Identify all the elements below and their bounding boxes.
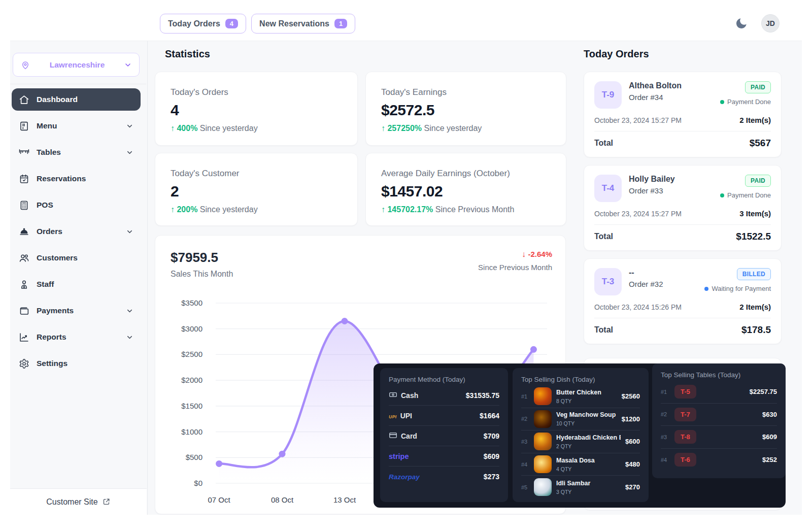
stat-delta-period: Since yesterday [200,205,258,214]
payment-status-text: Payment Done [727,191,771,199]
order-card[interactable]: T-3 -- Order #32 BILLED Waiting for Paym… [584,258,782,344]
map-pin-icon [20,60,30,70]
payment-status-dot [720,100,724,104]
stat-card-average-daily-earnings: Average Daily Earnings (October) $1457.0… [365,153,566,226]
order-status-badge: PAID [745,81,771,93]
svg-text:$2500: $2500 [181,350,202,358]
svg-text:$1500: $1500 [181,402,202,410]
table-chip: T-7 [674,408,696,421]
order-total-label: Total [594,325,613,335]
dish-name: Butter Chicken [556,389,617,396]
order-item-count: 2 Item(s) [739,303,771,311]
table-badge: T-9 [594,81,622,109]
chevron-down-icon [126,334,133,341]
sidebar-item-dashboard[interactable]: Dashboard [12,88,141,111]
top-selling-dish-panel: Top Selling Dish (Today) #1 Butter Chick… [513,368,649,502]
table-amount: $630 [762,411,777,418]
order-card[interactable]: T-4 Holly Bailey Order #33 PAID Payment … [584,165,782,251]
order-datetime: October 23, 2024 15:26 PM [594,303,682,311]
svg-text:$0: $0 [194,479,202,487]
table-amount: $2257.75 [750,388,777,395]
delta-up-arrow-icon: ↑ [171,124,175,132]
topbar-right-controls: JD [735,14,780,32]
delta-up-arrow-icon: ↑ [381,124,385,132]
order-card[interactable]: T-9 Althea Bolton Order #34 PAID Payment… [584,72,782,157]
sidebar-item-customers[interactable]: Customers [12,247,141,269]
top-dish-row: #1 Butter Chicken 8 QTY $2560 [521,385,640,408]
payment-status-text: Payment Done [727,98,771,106]
today-orders-button-label: Today Orders [168,19,220,28]
svg-text:$2000: $2000 [181,376,202,384]
sidebar-item-label: Customers [37,253,133,262]
stat-delta-value: 257250% [387,124,422,132]
new-reservations-button[interactable]: New Reservations 1 [251,14,355,34]
chevron-down-icon [126,228,133,236]
sidebar-item-pos[interactable]: POS [12,194,141,216]
order-number: Order #33 [629,186,720,195]
dish-amount: $480 [625,460,640,468]
top-selling-tables-panel: Top Selling Tables (Today) #1 T-5 $2257.… [652,363,786,478]
menu-board-icon [19,121,29,131]
payment-method-amount: $31535.75 [466,391,499,400]
sidebar-item-tables[interactable]: Tables [12,141,141,163]
sidebar-item-payments[interactable]: Payments [12,300,141,322]
report-chart-icon [19,332,29,343]
sidebar-item-label: Menu [37,121,119,130]
order-total-amount: $1522.5 [736,231,771,242]
table-rank: #4 [661,457,669,463]
payment-method-row: UPIUPI $1664 [389,406,499,426]
dish-rank: #2 [521,416,529,422]
new-reservations-button-label: New Reservations [259,19,329,28]
moon-icon[interactable] [735,17,748,30]
payment-method-name: Card [401,432,417,440]
delta-down-arrow-icon: ↓ [522,250,526,258]
svg-text:$500: $500 [186,453,202,461]
today-orders-title: Today Orders [584,48,649,60]
dish-rank: #1 [521,393,529,400]
table-amount: $252 [762,456,777,463]
order-total-label: Total [594,232,613,241]
svg-text:$3000: $3000 [181,324,202,333]
sales-delta-value: -2.64% [528,250,552,258]
sidebar-item-staff[interactable]: Staff [12,273,141,295]
dish-quantity: 10 QTY [556,420,617,426]
svg-text:07 Oct: 07 Oct [208,495,231,504]
top-table-row: #4 T-6 $252 [661,449,777,472]
sidebar-item-reports[interactable]: Reports [12,326,141,348]
chevron-down-icon [126,307,133,315]
order-total-label: Total [594,139,613,148]
dish-quantity: 8 QTY [556,398,617,404]
gear-icon [19,358,29,369]
order-number: Order #34 [629,93,720,102]
order-datetime: October 23, 2024 15:27 PM [594,116,682,124]
top-dish-row: #4 Masala Dosa 4 QTY $480 [521,453,640,476]
table-rank: #1 [661,389,669,395]
location-selector[interactable]: Lawrenceshire [13,53,140,77]
sidebar-item-settings[interactable]: Settings [12,352,141,375]
payment-method-amount: $709 [484,432,499,440]
order-item-count: 3 Item(s) [739,209,771,218]
svg-text:13 Oct: 13 Oct [333,495,356,504]
stat-label: Today's Orders [171,87,342,97]
avatar[interactable]: JD [761,14,780,32]
sidebar-item-orders[interactable]: Orders [12,220,141,243]
insights-overlay: Payment Method (Today) Cash $31535.75 UP… [374,363,786,508]
today-orders-count-badge: 4 [225,19,238,28]
order-datetime: October 23, 2024 15:27 PM [594,210,682,218]
stat-card-todays-earnings: Today's Earnings $2572.5 ↑ 257250% Since… [365,72,566,146]
stat-label: Today's Earnings [381,87,551,97]
today-orders-button[interactable]: Today Orders 4 [160,14,246,34]
customer-site-label: Customer Site [46,497,97,507]
sidebar-item-reservations[interactable]: Reservations [12,168,141,190]
statistics-title: Statistics [165,48,210,60]
sidebar-nav: Dashboard Menu Tables Reservations [12,88,141,379]
sidebar-item-label: Reservations [37,174,133,183]
sidebar-item-menu[interactable]: Menu [12,115,141,137]
sidebar-item-label: Staff [37,280,133,289]
topbar: Today Orders 4 New Reservations 1 JD [0,0,812,41]
svg-text:$1000: $1000 [181,427,202,436]
dish-photo [534,455,552,473]
dish-photo [534,433,552,450]
customer-site-link[interactable]: Customer Site [10,488,147,515]
order-customer-name: -- [629,268,704,277]
